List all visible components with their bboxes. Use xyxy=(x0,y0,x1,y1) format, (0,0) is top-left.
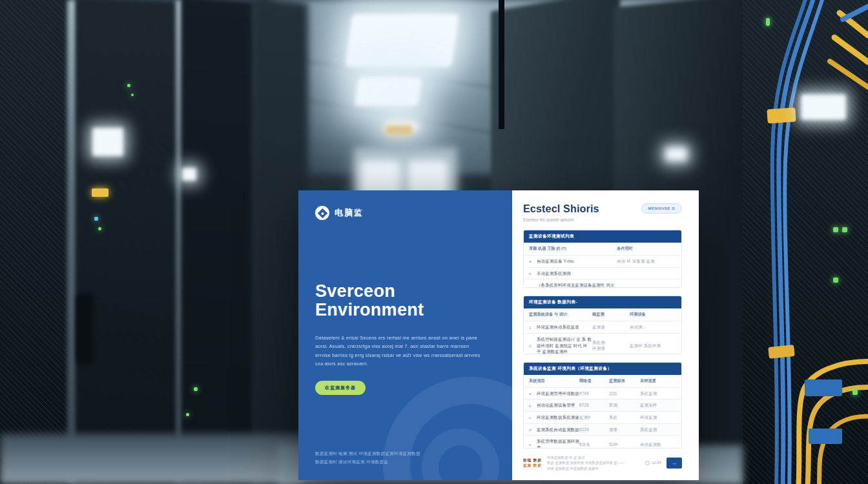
screenshot-stage: 电脑监 Sverceon Environment Dataseteni & er… xyxy=(0,0,868,484)
row-index: b xyxy=(529,403,537,408)
green-led xyxy=(766,18,770,26)
row-index: e xyxy=(529,442,537,447)
row-value: 系统监测 xyxy=(640,390,676,397)
header-pill-button[interactable]: MENOUSE S xyxy=(641,203,682,214)
row-label: 系统控制器监测设计 企 系 数据环境时 监测指定 时代 环 于 监测数监测环 xyxy=(537,336,592,354)
table-row: b 自动化监测设备管理 8726 双测 监测采样 xyxy=(524,399,681,411)
row-value: 追踪 xyxy=(609,390,640,397)
rack-display xyxy=(801,94,846,120)
column-header: 条件用时 xyxy=(617,246,676,252)
footer-note: 环境监测数据 环 监 测试 xyxy=(547,455,640,460)
table-header-row: 库额 机器 王险 的 (7) 条件用时 xyxy=(524,243,681,255)
table-row: c （各系统资料环境主监测设备监测性 再次转档 设置监测 系统计环境管理监测设备… xyxy=(524,279,681,288)
brand: 电脑监 xyxy=(315,206,495,220)
footer-note: 环境 监测数据 环监测数据 测量环. xyxy=(547,466,640,471)
page-title: Sverceon Environment xyxy=(315,282,495,319)
row-label: 环境监测数据系统测速 xyxy=(537,414,579,421)
row-index: a xyxy=(529,391,537,396)
row-value: 8726 xyxy=(579,402,609,408)
row-index: 2 xyxy=(529,343,537,348)
table-row: a 自动监测设备 Y-rou 自动 环 采集项 监测 xyxy=(524,255,681,267)
column-header: 频监测 xyxy=(592,312,630,318)
footer-notes: 环境监测数据 环 监 测试 数据-监测数据 测量环境 环境数据监测环境 监—— … xyxy=(547,455,640,471)
green-led xyxy=(852,390,858,395)
brand-logo-icon xyxy=(315,206,329,220)
row-label: 自动监测设备 Y-rou xyxy=(537,258,617,265)
row-index: a xyxy=(529,259,537,263)
floor xyxy=(0,434,304,484)
footer-logo: 前端 数据 监测 数据 xyxy=(523,458,542,469)
table-environment-data: 环境监测设备 数据列表- 监测系统设备 与 设计: 频监测 环测设备 1 环境监… xyxy=(523,296,682,354)
table-system-list: 系统设备监测 环境列表（环境监测设备） 系统项目 网络值 监测标准 采样速度 a… xyxy=(523,362,682,449)
brand-name: 电脑监 xyxy=(335,207,364,219)
page-title-line1: Sverceon xyxy=(315,282,495,301)
row-label: 手动监测系统测例 xyxy=(537,270,617,277)
column-header: 库额 机器 王险 的 (7) xyxy=(529,246,617,252)
table-title: 系统设备监测 环境列表（环境监测设备） xyxy=(524,363,681,375)
table-header-row: 系统项目 网络值 监测标准 采样速度 xyxy=(524,375,681,387)
table-title: 监测设备环境测试列表 xyxy=(524,230,681,243)
row-value: 系统 xyxy=(609,414,640,421)
table-row: 2 系统控制器监测设计 企 系 数据环境时 监测指定 时代 环 于 监测数监测环… xyxy=(524,333,681,354)
column-header: 监测标准 xyxy=(609,378,640,384)
left-footer-line1: 数据监测时 电脑 测试 环境监测数据监测环境监测数据 xyxy=(315,450,420,458)
row-index: 1 xyxy=(529,325,537,330)
table-devices: 监测设备环境测试列表 库额 机器 王险 的 (7) 条件用时 a 自动监测设备 … xyxy=(523,230,682,288)
table-row: b 手动监测系统测例 xyxy=(524,267,681,279)
row-label: （各系统资料环境主监测设备监测性 再次转档 设置监测 系统计环境管理监测设备 监… xyxy=(537,282,617,288)
footer-note: 数据-监测数据 测量环境 环境数据监测环境 监—— xyxy=(547,460,640,465)
row-value: #749 xyxy=(579,390,609,397)
column-header: 环测设备 xyxy=(630,312,676,318)
table-title: 环境监测设备 数据列表- xyxy=(524,296,681,308)
row-index: b xyxy=(529,271,537,276)
right-panel-header: Ecstecl Shioris Eserteur tes scanler aer… xyxy=(523,203,682,222)
card-right-panel: Ecstecl Shioris Eserteur tes scanler aer… xyxy=(512,190,699,480)
right-panel-footer: 前端 数据 监测 数据 环境监测数据 环 监 测试 数据-监测数据 测量环境 环… xyxy=(523,449,682,471)
footer-logo-line2: 监测 数据 xyxy=(523,463,542,469)
clock-icon xyxy=(645,461,650,465)
footer-go-button[interactable]: → xyxy=(666,458,682,469)
column-header: 网络值 xyxy=(579,378,609,384)
monitor-cta-button[interactable]: 在监测服务器 xyxy=(315,381,366,395)
row-label: 环境监测自动系统监督 xyxy=(537,324,592,330)
row-label: 监测系统自动监测数据 xyxy=(537,427,579,433)
left-footer-note: 数据监测时 电脑 测试 环境监测数据监测环境监测数据 数据监测时 测试环境监测 … xyxy=(315,450,420,466)
row-value: 52环 xyxy=(609,441,640,448)
row-value: 系统测 环测值 xyxy=(592,339,630,352)
green-led xyxy=(833,277,838,283)
row-index: c xyxy=(529,415,537,419)
row-value: 双测 xyxy=(609,402,640,408)
row-value: 监测速 xyxy=(592,324,630,330)
row-value: 自动监测数 xyxy=(640,441,676,448)
table-row: d 监测系统自动监测数据 8224 测量 系统监测 xyxy=(524,423,681,436)
green-led xyxy=(842,227,847,232)
footer-logo-line1: 前端 数据 xyxy=(523,458,542,463)
left-footer-line2: 数据监测时 测试环境监测 环境数据监. xyxy=(315,458,420,466)
column-header: 采样速度 xyxy=(640,378,676,384)
row-index: d xyxy=(529,427,537,432)
row-value: 测量 xyxy=(609,427,640,433)
row-value: €排名 xyxy=(579,441,609,448)
row-value: 系统监测 xyxy=(640,427,676,433)
card-left-panel: 电脑监 Sverceon Environment Dataseteni & er… xyxy=(298,190,512,480)
table-header-row: 监测系统设备 与 设计: 频监测 环测设备 xyxy=(524,308,681,321)
row-label: 自动化监测设备管理 xyxy=(537,402,579,408)
table-row: e 系统管理数据监测环测量 €排名 52环 自动监测数 xyxy=(524,435,681,449)
section-title: Ecstecl Shioris xyxy=(523,203,599,215)
row-label: 系统管理数据监测环测量 xyxy=(537,438,579,449)
row-value: 监测# xyxy=(579,414,609,421)
table-row: c 环境监测数据系统测速 监测# 系统 环境监测 xyxy=(524,411,681,423)
intro-paragraph: Dataseteni & erisal Secens ers rerfasi m… xyxy=(315,334,480,368)
section-subtitle: Eserteur tes scanler aeruzel. xyxy=(523,217,599,222)
column-header: 监测系统设备 与 设计: xyxy=(529,312,592,318)
table-row: a 环境监测管理环境数据 #749 追踪 系统监测 xyxy=(524,387,681,399)
page-title-line2: Environment xyxy=(315,301,495,319)
row-value: 监测采样 xyxy=(640,402,676,408)
column-header: 系统项目 xyxy=(529,378,579,384)
row-value: 自动 环 采集项 监测 xyxy=(617,258,676,265)
row-value: 环境监测 xyxy=(640,414,676,421)
green-led xyxy=(833,227,838,232)
report-card: 电脑监 Sverceon Environment Dataseteni & er… xyxy=(298,190,699,480)
row-label: 环境监测管理环境数据 xyxy=(537,390,579,397)
row-value: 8224 xyxy=(579,427,609,433)
